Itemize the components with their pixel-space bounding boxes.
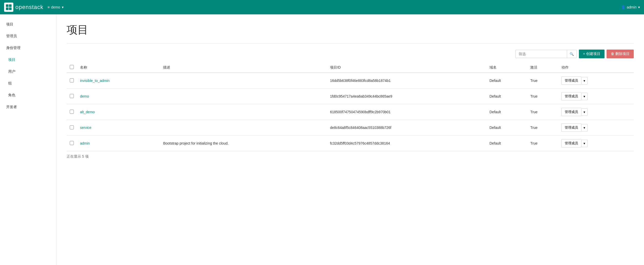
main-content: 项目 🔍 + 创建项目 🗑 删除项目 名称 描述 — [56, 14, 644, 265]
action-dropdown-button[interactable]: ▾ — [581, 93, 588, 100]
action-btn-group: 管理成员 ▾ — [561, 139, 631, 147]
row-checkbox[interactable] — [70, 78, 74, 82]
project-name-link[interactable]: service — [80, 126, 91, 130]
row-checkbox[interactable] — [70, 125, 74, 129]
action-btn-group: 管理成员 ▾ — [561, 108, 631, 116]
row-project-id: 618500f74750474590bdff9c2b970b01 — [327, 104, 486, 120]
user-name: admin — [627, 5, 637, 9]
svg-rect-2 — [6, 7, 8, 10]
sidebar-item-developer[interactable]: 开发者 — [0, 101, 56, 113]
row-action: 管理成员 ▾ — [558, 136, 634, 151]
action-main-button[interactable]: 管理成员 — [561, 92, 581, 100]
row-checkbox[interactable] — [70, 141, 74, 145]
row-project-id: 16dd5b638f0f46e883fcd8a58b1874b1 — [327, 73, 486, 89]
action-dropdown-button[interactable]: ▾ — [581, 124, 588, 131]
row-domain: Default — [486, 89, 527, 104]
sidebar-item-label: 管理员 — [6, 34, 17, 38]
row-checkbox-cell — [67, 136, 77, 151]
project-selector[interactable]: ≡ demo ▾ — [47, 5, 63, 9]
row-description — [160, 73, 327, 89]
project-name-link[interactable]: alt_demo — [80, 110, 95, 114]
action-main-button[interactable]: 管理成员 — [561, 108, 581, 116]
search-icon: 🔍 — [570, 52, 574, 56]
create-project-button[interactable]: + 创建项目 — [579, 50, 605, 58]
col-description: 描述 — [160, 62, 327, 73]
action-dropdown-button[interactable]: ▾ — [581, 77, 588, 84]
delete-project-button[interactable]: 🗑 删除项目 — [607, 50, 634, 58]
svg-rect-1 — [9, 4, 12, 7]
row-checkbox[interactable] — [70, 110, 74, 114]
sidebar-item-identity-mgmt[interactable]: 身份管理 — [0, 42, 56, 54]
action-dropdown-button[interactable]: ▾ — [581, 108, 588, 116]
svg-rect-3 — [9, 7, 12, 10]
row-checkbox-cell — [67, 104, 77, 120]
row-action: 管理成员 ▾ — [558, 120, 634, 136]
action-main-button[interactable]: 管理成员 — [561, 77, 581, 85]
row-domain: Default — [486, 136, 527, 151]
row-description: Bootstrap project for initializing the c… — [160, 136, 327, 151]
row-domain: Default — [486, 120, 527, 136]
row-active: True — [527, 120, 558, 136]
user-menu[interactable]: 👤 admin ▾ — [621, 5, 640, 9]
grid-icon: ≡ — [47, 5, 49, 9]
col-domain: 域名 — [486, 62, 527, 73]
col-name: 名称 — [77, 62, 160, 73]
table-row: service de8c64a8f5c846408aac5510388b726f… — [67, 120, 634, 136]
row-checkbox-cell — [67, 120, 77, 136]
row-action: 管理成员 ▾ — [558, 89, 634, 104]
sidebar-item-admin[interactable]: 管理员 — [0, 30, 56, 42]
select-all-header — [67, 62, 77, 73]
search-wrapper: 🔍 — [515, 50, 577, 58]
action-main-button[interactable]: 管理成员 — [561, 139, 581, 147]
sidebar-item-label: 项目 — [8, 58, 15, 62]
sidebar-item-users[interactable]: 用户 — [0, 66, 56, 78]
sidebar-item-label: 组 — [8, 81, 12, 85]
table-row: admin Bootstrap project for initializing… — [67, 136, 634, 151]
table-row: invisible_to_admin 16dd5b638f0f46e883fcd… — [67, 73, 634, 89]
page-title: 项目 — [67, 23, 634, 37]
logo: openstack — [4, 3, 43, 12]
row-domain: Default — [486, 73, 527, 89]
select-all-checkbox[interactable] — [70, 65, 74, 69]
top-navbar: openstack ≡ demo ▾ 👤 admin ▾ — [0, 0, 644, 14]
row-name: demo — [77, 89, 160, 104]
row-description — [160, 89, 327, 104]
col-project-id: 项目ID — [327, 62, 486, 73]
sidebar-item-roles[interactable]: 角色 — [0, 89, 56, 101]
row-active: True — [527, 73, 558, 89]
sidebar-item-projects-top[interactable]: 项目 — [0, 18, 56, 30]
project-name-link[interactable]: admin — [80, 141, 90, 145]
svg-rect-0 — [6, 4, 8, 7]
row-active: True — [527, 89, 558, 104]
sidebar-item-label: 用户 — [8, 69, 15, 73]
search-button[interactable]: 🔍 — [567, 50, 577, 58]
project-name: demo — [51, 5, 60, 9]
table-row: demo 1fd0c954717a4ea6ab349c44bc865ae9 De… — [67, 89, 634, 104]
action-btn-group: 管理成员 ▾ — [561, 77, 631, 85]
sidebar-item-label: 身份管理 — [6, 46, 21, 50]
main-layout: 项目 管理员 身份管理 项目 用户 组 角色 开发者 项目 — [0, 14, 644, 265]
projects-table: 名称 描述 项目ID 域名 激活 动作 invisible_to_admin 1… — [67, 62, 634, 151]
action-btn-group: 管理成员 ▾ — [561, 92, 631, 100]
row-domain: Default — [486, 104, 527, 120]
sidebar-item-label: 角色 — [8, 93, 15, 97]
search-input[interactable] — [516, 50, 567, 58]
row-project-id: fc32dd5ff03d4c57976c4857ddc38164 — [327, 136, 486, 151]
action-main-button[interactable]: 管理成员 — [561, 124, 581, 132]
project-name-link[interactable]: demo — [80, 94, 89, 98]
row-action: 管理成员 ▾ — [558, 73, 634, 89]
row-checkbox[interactable] — [70, 94, 74, 98]
table-row: alt_demo 618500f74750474590bdff9c2b970b0… — [67, 104, 634, 120]
action-btn-group: 管理成员 ▾ — [561, 124, 631, 132]
table-footer: 正在显示 5 项 — [67, 151, 634, 162]
sidebar: 项目 管理员 身份管理 项目 用户 组 角色 开发者 — [0, 14, 56, 265]
sidebar-item-projects-sub[interactable]: 项目 — [0, 54, 56, 66]
action-dropdown-button[interactable]: ▾ — [581, 140, 588, 147]
navbar-left: openstack ≡ demo ▾ — [4, 3, 64, 12]
project-name-link[interactable]: invisible_to_admin — [80, 79, 109, 83]
row-project-id: 1fd0c954717a4ea6ab349c44bc865ae9 — [327, 89, 486, 104]
sidebar-item-groups[interactable]: 组 — [0, 78, 56, 89]
row-name: invisible_to_admin — [77, 73, 160, 89]
row-active: True — [527, 136, 558, 151]
row-name: alt_demo — [77, 104, 160, 120]
